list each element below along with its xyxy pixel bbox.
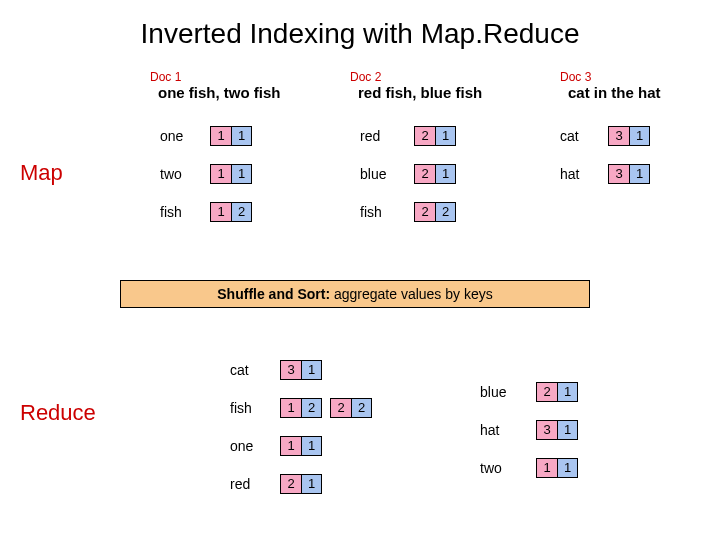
pair-docid: 2 [331, 399, 351, 417]
doc2-text: red fish, blue fish [358, 84, 482, 101]
map-pair: 1 1 [210, 126, 252, 146]
map-word: one [160, 128, 183, 144]
doc3-text: cat in the hat [568, 84, 661, 101]
pair-docid: 2 [281, 475, 301, 493]
pair-docid: 2 [537, 383, 557, 401]
doc1-label: Doc 1 [150, 70, 181, 84]
reduce-word: hat [480, 422, 499, 438]
pair-count: 1 [629, 127, 649, 145]
pair-docid: 2 [415, 165, 435, 183]
pair-docid: 1 [211, 127, 231, 145]
reduce-pair: 3 1 [536, 420, 578, 440]
pair-count: 2 [435, 203, 455, 221]
map-pair: 2 2 [414, 202, 456, 222]
map-pair: 1 2 [210, 202, 252, 222]
pair-docid: 3 [609, 165, 629, 183]
map-word: two [160, 166, 182, 182]
pair-docid: 1 [537, 459, 557, 477]
pair-docid: 3 [537, 421, 557, 439]
stage-reduce-label: Reduce [20, 400, 96, 426]
reduce-pair: 2 1 [536, 382, 578, 402]
shuffle-rest: aggregate values by keys [330, 286, 493, 302]
pair-count: 1 [301, 437, 321, 455]
map-word: fish [160, 204, 182, 220]
reduce-pair: 2 2 [330, 398, 372, 418]
pair-count: 1 [557, 383, 577, 401]
reduce-pair: 1 2 [280, 398, 322, 418]
map-word: fish [360, 204, 382, 220]
pair-count: 1 [231, 127, 251, 145]
reduce-pair: 1 1 [280, 436, 322, 456]
pair-docid: 1 [211, 165, 231, 183]
shuffle-sort-bar: Shuffle and Sort: aggregate values by ke… [120, 280, 590, 308]
stage-map-label: Map [20, 160, 63, 186]
pair-count: 1 [435, 165, 455, 183]
reduce-word: two [480, 460, 502, 476]
reduce-pair: 1 1 [536, 458, 578, 478]
map-pair: 3 1 [608, 164, 650, 184]
map-word: blue [360, 166, 386, 182]
pair-count: 1 [301, 475, 321, 493]
pair-docid: 3 [609, 127, 629, 145]
reduce-word: fish [230, 400, 252, 416]
pair-count: 1 [557, 459, 577, 477]
doc1-text: one fish, two fish [158, 84, 281, 101]
doc3-label: Doc 3 [560, 70, 591, 84]
map-pair: 2 1 [414, 126, 456, 146]
pair-count: 2 [301, 399, 321, 417]
pair-count: 1 [301, 361, 321, 379]
pair-count: 1 [435, 127, 455, 145]
map-word: red [360, 128, 380, 144]
reduce-word: cat [230, 362, 249, 378]
map-pair: 2 1 [414, 164, 456, 184]
reduce-word: red [230, 476, 250, 492]
pair-docid: 2 [415, 203, 435, 221]
reduce-pair: 3 1 [280, 360, 322, 380]
doc2-label: Doc 2 [350, 70, 381, 84]
pair-count: 1 [557, 421, 577, 439]
map-pair: 3 1 [608, 126, 650, 146]
map-pair: 1 1 [210, 164, 252, 184]
shuffle-bold: Shuffle and Sort: [217, 286, 330, 302]
pair-docid: 1 [281, 437, 301, 455]
pair-docid: 1 [281, 399, 301, 417]
pair-docid: 2 [415, 127, 435, 145]
pair-docid: 3 [281, 361, 301, 379]
reduce-word: one [230, 438, 253, 454]
map-word: cat [560, 128, 579, 144]
pair-count: 1 [629, 165, 649, 183]
pair-count: 1 [231, 165, 251, 183]
pair-count: 2 [231, 203, 251, 221]
reduce-word: blue [480, 384, 506, 400]
pair-docid: 1 [211, 203, 231, 221]
reduce-pair: 2 1 [280, 474, 322, 494]
pair-count: 2 [351, 399, 371, 417]
page-title: Inverted Indexing with Map.Reduce [0, 18, 720, 50]
map-word: hat [560, 166, 579, 182]
